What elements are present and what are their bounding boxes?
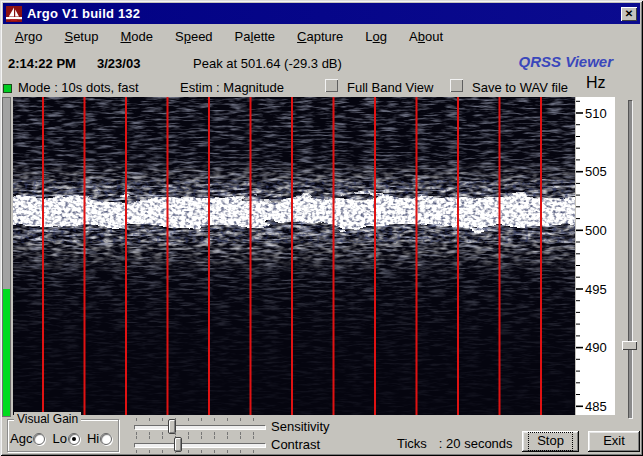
contrast-label: Contrast [271,437,320,452]
sensitivity-slider-track[interactable] [134,425,265,429]
spectrogram-plot [13,97,575,415]
close-icon: ✕ [625,9,633,19]
save-wav-checkbox[interactable] [450,79,463,92]
radio-agc-circle[interactable] [33,433,45,445]
contrast-ticks-bottom [136,450,264,453]
exit-button[interactable]: Exit [588,431,640,452]
menu-bar: ArgoSetupModeSpeedPaletteCaptureLogAbout [3,25,640,48]
radio-lo-circle[interactable] [68,433,80,445]
ticks-info: Ticks: 20 seconds [397,436,513,451]
title-bar[interactable]: Argo V1 build 132 ✕ [3,3,640,24]
exit-button-label: Exit [594,432,634,450]
visual-gain-group: Visual Gain AgcLoHi [7,419,119,452]
peak-readout: Peak at 501.64 (-29.3 dB) [193,56,342,71]
contrast-slider[interactable]: Contrast [134,436,414,453]
capture-progress-fill [3,289,10,416]
mode-readout: Mode : 10s dots, fast [18,80,139,95]
app-brand-text: QRSS Viewer [519,53,613,70]
clock-text: 2:14:22 PM [8,56,76,71]
menu-item-speed[interactable]: Speed [173,27,215,46]
radio-hi[interactable]: Hi [87,431,112,446]
visual-gain-legend: Visual Gain [14,412,81,426]
sensitivity-label: Sensitivity [271,419,330,434]
vertical-slider-track[interactable] [628,100,632,418]
menu-item-mode[interactable]: Mode [118,27,155,46]
sensitivity-ticks-bottom [136,432,264,435]
svg-text:505: 505 [585,164,607,179]
menu-item-setup[interactable]: Setup [62,27,100,46]
radio-agc[interactable]: Agc [10,431,45,446]
sensitivity-slider[interactable]: Sensitivity [134,418,414,435]
argo-window: Argo V1 build 132 ✕ ArgoSetupModeSpeedPa… [0,0,643,456]
capture-led [3,84,12,93]
spectrogram[interactable] [13,97,575,415]
menu-item-about[interactable]: About [407,27,445,46]
app-sailboat-icon [6,6,22,22]
svg-text:490: 490 [585,340,607,355]
estim-readout: Estim : Magnitude [180,80,284,95]
radio-agc-label: Agc [10,431,32,446]
radio-hi-circle[interactable] [100,433,112,445]
stop-button[interactable]: Stop [522,431,579,452]
full-band-view-label[interactable]: Full Band View [347,80,433,95]
svg-text:500: 500 [585,223,607,238]
menu-item-log[interactable]: Log [363,27,389,46]
stop-button-label: Stop [528,432,573,450]
freq-unit-label: Hz [586,74,606,92]
radio-hi-label: Hi [87,431,99,446]
menu-item-capture[interactable]: Capture [295,27,345,46]
contrast-ticks-top [136,436,264,439]
date-text: 3/23/03 [97,56,140,71]
svg-text:495: 495 [585,282,607,297]
ticks-info-value: : 20 seconds [439,436,513,451]
capture-progress-bar [2,97,11,417]
window-title: Argo V1 build 132 [27,6,621,21]
full-band-view-checkbox[interactable] [325,79,338,92]
contrast-slider-track[interactable] [134,443,265,447]
sensitivity-ticks-top [136,418,264,421]
frequency-scale-ruler: 510505500495490485 [576,97,615,415]
visual-gain-options: AgcLoHi [10,431,119,446]
vertical-slider-thumb[interactable] [622,341,637,350]
radio-lo[interactable]: Lo [52,431,79,446]
menu-item-argo[interactable]: Argo [13,27,44,46]
radio-lo-label: Lo [52,431,66,446]
ticks-info-label: Ticks [397,436,427,451]
svg-text:510: 510 [585,106,607,121]
vertical-slider[interactable] [621,100,638,422]
frequency-scale: 510505500495490485 [576,97,615,415]
svg-text:485: 485 [585,399,607,414]
close-button[interactable]: ✕ [621,7,637,21]
menu-item-palette[interactable]: Palette [233,27,277,46]
save-wav-label[interactable]: Save to WAV file [472,80,568,95]
